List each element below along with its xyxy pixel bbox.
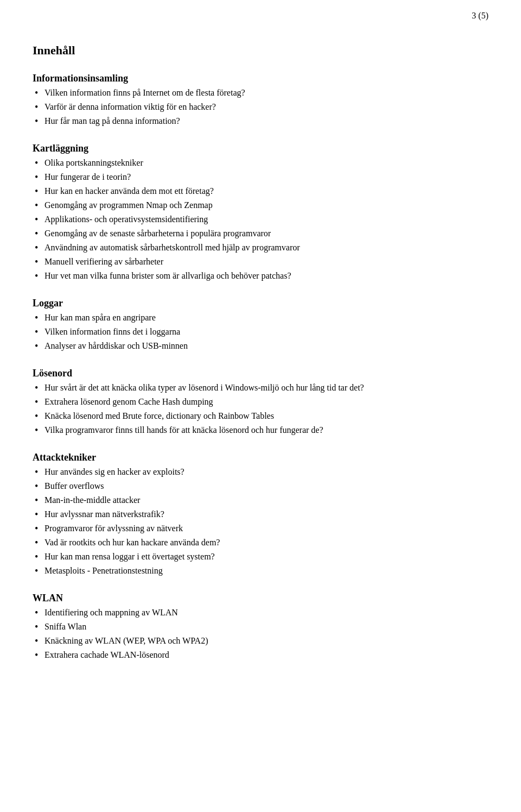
list-item: Programvaror för avlyssning av nätverk (33, 522, 488, 535)
section-heading-0: Informationsinsamling (33, 73, 488, 84)
toc-heading: Innehåll (33, 43, 488, 58)
section-list-3: Hur svårt är det att knäcka olika typer … (33, 381, 488, 437)
page-number: 3 (5) (472, 11, 488, 21)
list-item: Extrahera cachade WLAN-lösenord (33, 649, 488, 662)
list-item: Vilka programvaror finns till hands för … (33, 424, 488, 437)
list-item: Hur vet man vilka funna brister som är a… (33, 269, 488, 282)
list-item: Hur kan man rensa loggar i ett övertaget… (33, 550, 488, 563)
list-item: Hur får man tag på denna information? (33, 115, 488, 128)
list-item: Varför är denna information viktig för e… (33, 100, 488, 114)
section-heading-1: Kartläggning (33, 143, 488, 154)
toc-section-0: InformationsinsamlingVilken information … (33, 73, 488, 128)
toc-section-1: KartläggningOlika portskanningsteknikerH… (33, 143, 488, 282)
list-item: Manuell verifiering av sårbarheter (33, 255, 488, 268)
list-item: Sniffa Wlan (33, 620, 488, 633)
list-item: Hur användes sig en hacker av exploits? (33, 465, 488, 479)
list-item: Identifiering och mappning av WLAN (33, 606, 488, 619)
list-item: Knäcka lösenord med Brute force, diction… (33, 410, 488, 423)
list-item: Genomgång av de senaste sårbarheterna i … (33, 227, 488, 240)
section-heading-5: WLAN (33, 593, 488, 604)
list-item: Vilken information finns det i loggarna (33, 325, 488, 338)
list-item: Hur fungerar de i teorin? (33, 171, 488, 184)
toc-sections: InformationsinsamlingVilken information … (33, 73, 488, 662)
section-list-0: Vilken information finns på Internet om … (33, 86, 488, 128)
list-item: Hur avlyssnar man nätverkstrafik? (33, 508, 488, 521)
list-item: Knäckning av WLAN (WEP, WPA och WPA2) (33, 634, 488, 647)
section-list-5: Identifiering och mappning av WLANSniffa… (33, 606, 488, 662)
toc-section-3: LösenordHur svårt är det att knäcka olik… (33, 368, 488, 437)
toc-section-5: WLANIdentifiering och mappning av WLANSn… (33, 593, 488, 662)
list-item: Buffer overflows (33, 480, 488, 493)
list-item: Metasploits - Penetrationstestning (33, 564, 488, 577)
list-item: Hur kan man spåra en angripare (33, 311, 488, 324)
section-heading-4: Attacktekniker (33, 452, 488, 463)
list-item: Hur kan en hacker använda dem mot ett fö… (33, 185, 488, 198)
list-item: Vilken information finns på Internet om … (33, 86, 488, 99)
section-list-4: Hur användes sig en hacker av exploits?B… (33, 465, 488, 577)
toc-section-2: LoggarHur kan man spåra en angripareVilk… (33, 298, 488, 353)
section-list-2: Hur kan man spåra en angripareVilken inf… (33, 311, 488, 353)
list-item: Analyser av hårddiskar och USB-minnen (33, 339, 488, 353)
section-list-1: Olika portskanningsteknikerHur fungerar … (33, 156, 488, 282)
list-item: Vad är rootkits och hur kan hackare anvä… (33, 536, 488, 549)
list-item: Genomgång av programmen Nmap och Zenmap (33, 199, 488, 212)
list-item: Man-in-the-middle attacker (33, 494, 488, 507)
list-item: Olika portskanningstekniker (33, 156, 488, 169)
list-item: Extrahera lösenord genom Cache Hash dump… (33, 395, 488, 408)
list-item: Applikations- och operativsystemsidentif… (33, 213, 488, 226)
section-heading-2: Loggar (33, 298, 488, 309)
list-item: Användning av automatisk sårbarhetskontr… (33, 241, 488, 254)
toc-section-4: AttackteknikerHur användes sig en hacker… (33, 452, 488, 577)
list-item: Hur svårt är det att knäcka olika typer … (33, 381, 488, 394)
section-heading-3: Lösenord (33, 368, 488, 379)
